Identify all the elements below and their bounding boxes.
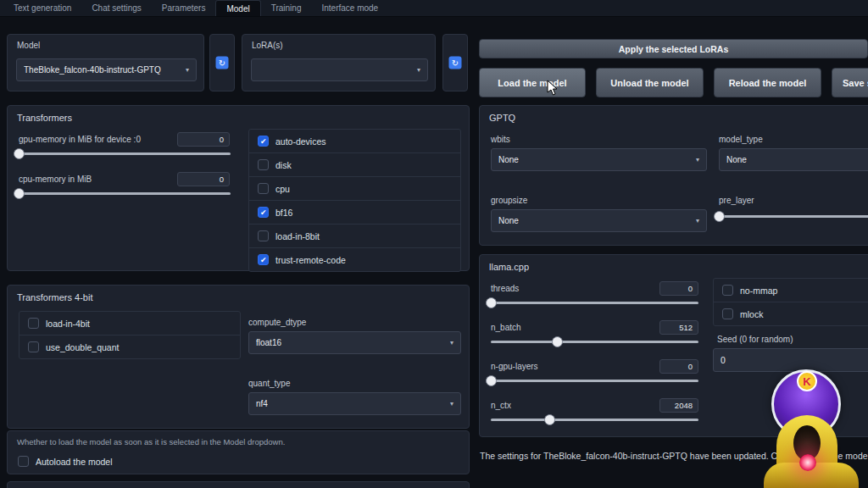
autoload-panel: Whether to load the model as soon as it …	[7, 430, 470, 474]
checkbox[interactable]	[258, 254, 269, 265]
gptq-title: GPTQ	[489, 113, 515, 123]
save-settings-button[interactable]: Save s	[832, 68, 868, 97]
pre-layer-slider[interactable]	[719, 211, 868, 222]
threads-slider[interactable]	[491, 297, 698, 308]
model-type-label: model_type	[719, 135, 763, 144]
chevron-down-icon: ▾	[417, 66, 420, 74]
cursor-icon	[547, 80, 559, 97]
checkbox[interactable]	[258, 183, 269, 194]
seed-label: Seed (0 for random)	[717, 335, 793, 344]
checkbox-label: no-mmap	[740, 286, 777, 296]
cpu-memory-slider[interactable]	[19, 188, 231, 199]
wbits-label: wbits	[491, 135, 510, 144]
tab-chat-settings[interactable]: Chat settings	[81, 0, 151, 16]
model-type-dropdown[interactable]: None ▾	[719, 148, 868, 171]
checkbox-disk[interactable]: disk	[249, 153, 460, 177]
transformers-4bit-title: Transformers 4-bit	[17, 292, 92, 302]
model-panel: Model TheBloke_falcon-40b-instruct-GPTQ …	[7, 34, 204, 92]
checkbox[interactable]	[722, 308, 733, 319]
n-gpu-layers-value[interactable]: 0	[659, 359, 698, 374]
checkbox-mlock[interactable]: mlock	[714, 302, 868, 325]
slider-track	[491, 419, 698, 421]
slider-track	[491, 302, 698, 304]
llama-cpp-title: llama.cpp	[489, 262, 529, 272]
checkbox[interactable]	[28, 318, 39, 329]
quant-type-dropdown[interactable]: nf4 ▾	[248, 392, 461, 415]
slider-thumb[interactable]	[486, 297, 497, 308]
checkbox-label: use_double_quant	[46, 342, 119, 352]
tab-interface-mode[interactable]: Interface mode	[311, 0, 388, 16]
checkbox[interactable]	[258, 159, 269, 170]
tab-parameters[interactable]: Parameters	[152, 0, 216, 16]
checkbox-use-double-quant[interactable]: use_double_quant	[19, 336, 240, 358]
checkbox-auto-devices[interactable]: auto-devices	[249, 130, 460, 153]
n-gpu-layers-slider[interactable]	[491, 375, 698, 386]
checkbox-load-in-8bit[interactable]: load-in-8bit	[249, 225, 460, 248]
quant-type-value: nf4	[256, 399, 268, 408]
chevron-down-icon: ▾	[696, 217, 699, 225]
model-dropdown-value: TheBloke_falcon-40b-instruct-GPTQ	[24, 65, 161, 75]
apply-loras-button[interactable]: Apply the selected LoRAs	[479, 39, 868, 58]
n-ctx-value[interactable]: 2048	[659, 398, 698, 413]
compute-dtype-value: float16	[256, 338, 281, 347]
gpu-memory-slider[interactable]	[19, 148, 231, 159]
checkbox[interactable]	[258, 136, 269, 147]
threads-label: threads	[491, 284, 519, 293]
n-batch-slider[interactable]	[491, 336, 698, 347]
slider-thumb[interactable]	[544, 414, 555, 425]
n-batch-value[interactable]: 512	[659, 320, 698, 335]
groupsize-label: groupsize	[491, 196, 527, 205]
model-label: Model	[17, 41, 40, 50]
slider-track	[491, 341, 698, 343]
cpu-memory-value[interactable]: 0	[177, 172, 230, 186]
slider-thumb[interactable]	[714, 211, 725, 222]
model-dropdown[interactable]: TheBloke_falcon-40b-instruct-GPTQ ▾	[16, 58, 197, 81]
tab-model[interactable]: Model	[215, 0, 260, 16]
model-type-value: None	[726, 155, 747, 164]
checkbox-label: mlock	[740, 309, 763, 319]
transformers-4bit-checkbox-list: load-in-4bit use_double_quant	[19, 311, 241, 359]
tab-text-generation[interactable]: Text generation	[3, 0, 81, 16]
slider-thumb[interactable]	[486, 375, 497, 386]
checkbox-no-mmap[interactable]: no-mmap	[714, 279, 868, 302]
transformers-checkbox-list: auto-devices disk cpu bf16 load-in-8bit …	[248, 129, 461, 272]
checkbox-cpu[interactable]: cpu	[249, 177, 460, 201]
gpu-memory-value[interactable]: 0	[177, 132, 230, 147]
slider-thumb[interactable]	[552, 336, 563, 347]
lora-label: LoRA(s)	[252, 41, 283, 50]
n-ctx-label: n_ctx	[491, 401, 511, 410]
gptq-panel: GPTQ wbits None ▾ model_type None ▾ grou…	[479, 105, 868, 246]
refresh-icon[interactable]: ↻	[216, 57, 229, 69]
tab-training[interactable]: Training	[261, 0, 312, 16]
load-model-button[interactable]: Load the model	[479, 68, 586, 97]
n-ctx-slider[interactable]	[491, 414, 698, 425]
checkbox[interactable]	[18, 456, 29, 467]
wbits-dropdown[interactable]: None ▾	[491, 148, 707, 171]
tab-bar: Text generation Chat settings Parameters…	[0, 0, 868, 17]
checkbox-trust-remote-code[interactable]: trust-remote-code	[249, 248, 460, 271]
refresh-icon[interactable]: ↻	[449, 57, 462, 69]
checkbox-label: trust-remote-code	[275, 255, 346, 265]
slider-track	[491, 380, 698, 382]
unload-model-button[interactable]: Unload the model	[596, 68, 704, 97]
checkbox-bf16[interactable]: bf16	[249, 201, 460, 225]
autoload-info: Whether to load the model as soon as it …	[17, 437, 285, 446]
slider-thumb[interactable]	[14, 188, 25, 199]
slider-thumb[interactable]	[14, 148, 25, 159]
compute-dtype-dropdown[interactable]: float16 ▾	[248, 331, 461, 354]
slider-track	[19, 192, 231, 195]
cpu-memory-label: cpu-memory in MiB	[19, 175, 92, 184]
wbits-value: None	[498, 155, 519, 164]
groupsize-value: None	[498, 216, 519, 225]
checkbox[interactable]	[722, 285, 733, 296]
checkbox-load-in-4bit[interactable]: load-in-4bit	[19, 312, 240, 336]
groupsize-dropdown[interactable]: None ▾	[491, 209, 707, 232]
checkbox[interactable]	[28, 341, 39, 352]
threads-value[interactable]: 0	[659, 281, 698, 296]
checkbox-autoload[interactable]: Autoload the model	[11, 452, 282, 471]
checkbox[interactable]	[258, 207, 269, 218]
chevron-down-icon: ▾	[450, 400, 453, 408]
checkbox[interactable]	[258, 230, 269, 241]
reload-model-button[interactable]: Reload the model	[714, 68, 821, 97]
lora-dropdown[interactable]: ▾	[251, 58, 428, 81]
